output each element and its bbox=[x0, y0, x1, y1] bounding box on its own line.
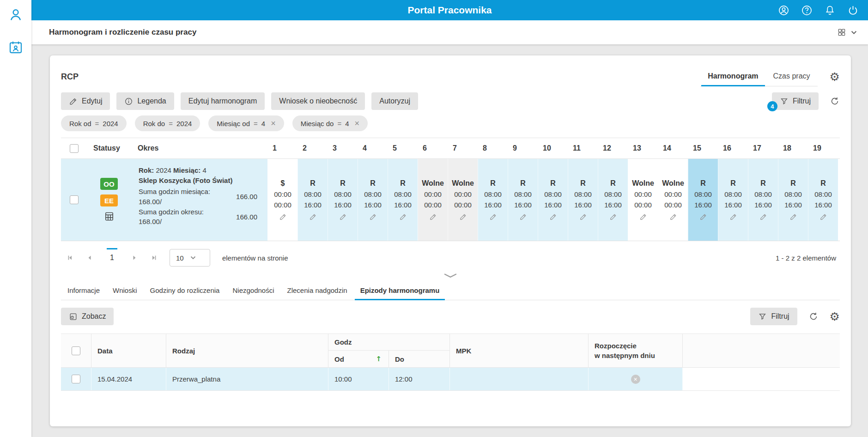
shift-start-time: 00:00 bbox=[634, 190, 652, 198]
pager-last-icon[interactable] bbox=[150, 254, 158, 261]
row-checkbox[interactable] bbox=[70, 195, 79, 204]
absence-request-button[interactable]: Wniosek o nieobecność bbox=[271, 92, 365, 110]
pencil-icon[interactable] bbox=[399, 213, 407, 221]
legend-button[interactable]: Legenda bbox=[116, 92, 174, 110]
refresh-icon[interactable] bbox=[830, 96, 840, 106]
day-cell-17[interactable]: R08:0016:00 bbox=[748, 159, 778, 241]
schedule-row[interactable]: OOEE Rok: 2024 Miesiąc: 4 Sklep Koszycka… bbox=[61, 159, 840, 241]
pencil-icon[interactable] bbox=[309, 213, 317, 221]
tab-godziny-do-rozliczenia[interactable]: Godziny do rozliczenia bbox=[144, 282, 226, 300]
day-cell-11[interactable]: R08:0016:00 bbox=[568, 159, 598, 241]
shift-code: $ bbox=[281, 179, 285, 188]
day-cell-7[interactable]: Wolne00:0000:00 bbox=[448, 159, 478, 241]
pencil-icon[interactable] bbox=[669, 213, 677, 221]
view-button[interactable]: Zobacz bbox=[61, 308, 114, 325]
pencil-icon[interactable] bbox=[789, 213, 797, 221]
pencil-icon[interactable] bbox=[609, 213, 617, 221]
tab-informacje[interactable]: Informacje bbox=[61, 282, 106, 300]
settings-gear-icon[interactable]: ⚙ bbox=[830, 71, 840, 83]
day-cell-13[interactable]: Wolne00:0000:00 bbox=[628, 159, 658, 241]
pager-prev-icon[interactable] bbox=[86, 254, 93, 261]
column-header-rozpoczecie[interactable]: Rozpoczęcie w następnym dniu bbox=[589, 334, 683, 367]
day-cell-4[interactable]: R08:0016:00 bbox=[358, 159, 388, 241]
pencil-icon[interactable] bbox=[549, 213, 557, 221]
equals-operator-icon: = bbox=[254, 120, 258, 127]
filter-chip-miesiąc-do[interactable]: Miesiąc do=4× bbox=[292, 115, 368, 131]
notifications-icon[interactable] bbox=[824, 5, 836, 16]
shift-end-time: 00:00 bbox=[634, 201, 652, 209]
day-cell-8[interactable]: R08:0016:00 bbox=[478, 159, 508, 241]
pencil-icon[interactable] bbox=[489, 213, 497, 221]
help-icon[interactable] bbox=[801, 5, 813, 16]
layout-grid-icon[interactable] bbox=[837, 28, 846, 37]
tab-niezgodności[interactable]: Niezgodności bbox=[226, 282, 280, 300]
column-header-mpk[interactable]: MPK bbox=[450, 334, 589, 367]
day-cell-16[interactable]: R08:0016:00 bbox=[718, 159, 748, 241]
page-size-select[interactable]: 10 bbox=[170, 249, 210, 267]
day-cell-10[interactable]: R08:0016:00 bbox=[538, 159, 568, 241]
tab-czas-pracy[interactable]: Czas pracy bbox=[766, 67, 818, 86]
day-cell-15[interactable]: R08:0016:00 bbox=[688, 159, 718, 241]
column-header-od[interactable]: Od ↑ bbox=[328, 351, 389, 367]
pencil-icon[interactable] bbox=[819, 213, 827, 221]
chip-remove-icon[interactable]: × bbox=[271, 119, 276, 127]
select-all-checkbox[interactable] bbox=[72, 346, 80, 355]
user-profile-icon[interactable] bbox=[8, 7, 23, 22]
day-cell-19[interactable]: R08:0016:00 bbox=[808, 159, 838, 241]
filter-chip-rok-od[interactable]: Rok od=2024 bbox=[61, 115, 127, 131]
period-label: Rok: bbox=[139, 166, 154, 174]
pager-first-icon[interactable] bbox=[67, 254, 74, 261]
collapse-chevron-icon[interactable] bbox=[443, 273, 457, 278]
day-cell-3[interactable]: R08:0016:00 bbox=[328, 159, 358, 241]
chip-remove-icon[interactable]: × bbox=[354, 119, 359, 127]
day-cell-12[interactable]: R08:0016:00 bbox=[598, 159, 628, 241]
episode-row[interactable]: 15.04.2024Przerwa_platna10:0012:00× bbox=[61, 368, 840, 391]
detail-filter-button[interactable]: Filtruj bbox=[750, 308, 797, 325]
pencil-icon[interactable] bbox=[519, 213, 527, 221]
filter-button[interactable]: 4 Filtruj bbox=[772, 92, 819, 110]
pencil-icon[interactable] bbox=[639, 213, 647, 221]
pencil-icon[interactable] bbox=[729, 213, 737, 221]
filter-chip-rok-do[interactable]: Rok do=2024 bbox=[135, 115, 200, 131]
day-cell-14[interactable]: Wolne00:0000:00 bbox=[658, 159, 688, 241]
chevron-down-icon[interactable] bbox=[851, 30, 857, 35]
day-cell-18[interactable]: R08:0016:00 bbox=[778, 159, 808, 241]
pencil-icon[interactable] bbox=[279, 213, 287, 221]
day-column-header-2: 2 bbox=[297, 138, 328, 158]
filter-chip-miesiąc-od[interactable]: Miesiąc od=4× bbox=[208, 115, 284, 131]
shift-start-time: 08:00 bbox=[784, 190, 802, 198]
column-header-rodzaj[interactable]: Rodzaj bbox=[166, 334, 328, 367]
pencil-icon[interactable] bbox=[339, 213, 347, 221]
pencil-icon[interactable] bbox=[429, 213, 437, 221]
pencil-icon[interactable] bbox=[369, 213, 377, 221]
day-cell-9[interactable]: R08:0016:00 bbox=[508, 159, 538, 241]
column-header-data[interactable]: Data bbox=[91, 334, 166, 367]
tab-zlecenia-nadgodzin[interactable]: Zlecenia nadgodzin bbox=[281, 282, 354, 300]
pencil-icon[interactable] bbox=[459, 213, 467, 221]
button-label: Autoryzuj bbox=[379, 97, 410, 105]
shift-start-time: 00:00 bbox=[424, 190, 442, 198]
edit-schedule-button[interactable]: Edytuj harmonogram bbox=[181, 92, 265, 110]
day-cell-5[interactable]: R08:0016:00 bbox=[388, 159, 418, 241]
pencil-icon[interactable] bbox=[759, 213, 767, 221]
day-cell-1[interactable]: $00:0000:00 bbox=[267, 159, 297, 241]
pencil-icon[interactable] bbox=[699, 213, 707, 221]
authorize-button[interactable]: Autoryzuj bbox=[371, 92, 418, 110]
pencil-icon[interactable] bbox=[579, 213, 587, 221]
pager-next-icon[interactable] bbox=[131, 254, 138, 261]
account-icon[interactable] bbox=[778, 5, 789, 16]
pager-page-number[interactable]: 1 bbox=[105, 251, 119, 265]
tab-wnioski[interactable]: Wnioski bbox=[106, 282, 144, 300]
schedule-calendar-icon[interactable] bbox=[8, 40, 23, 55]
row-checkbox[interactable] bbox=[72, 375, 80, 383]
column-header-do[interactable]: Do bbox=[389, 351, 450, 367]
tab-harmonogram[interactable]: Harmonogram bbox=[700, 67, 765, 86]
settings-gear-icon[interactable]: ⚙ bbox=[830, 311, 840, 322]
edit-button[interactable]: Edytuj bbox=[61, 92, 110, 110]
select-all-checkbox[interactable] bbox=[70, 144, 79, 153]
power-icon[interactable] bbox=[847, 5, 859, 16]
day-cell-6[interactable]: Wolne00:0000:00 bbox=[418, 159, 448, 241]
day-cell-2[interactable]: R08:0016:00 bbox=[297, 159, 328, 241]
refresh-icon[interactable] bbox=[808, 311, 819, 322]
tab-epizody-harmonogramu[interactable]: Epizody harmonogramu bbox=[354, 282, 446, 300]
